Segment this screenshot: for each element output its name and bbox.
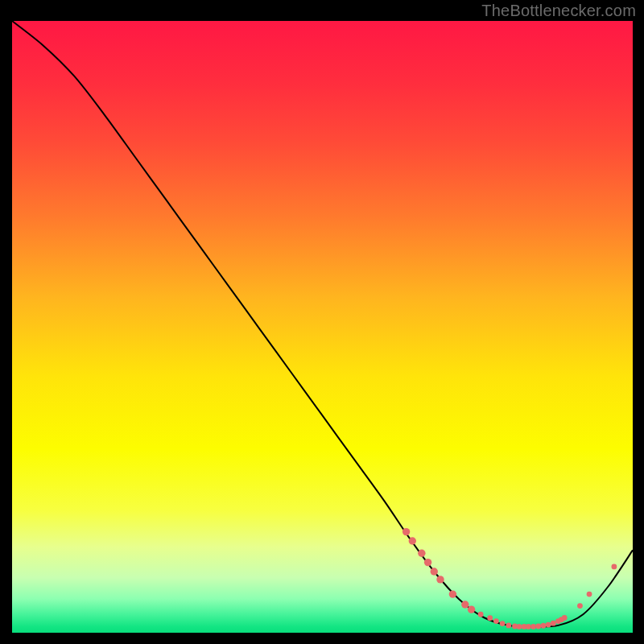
bottleneck-curve-chart (0, 0, 644, 644)
curve-marker (402, 528, 410, 535)
curve-marker (493, 618, 499, 624)
curve-marker (546, 622, 551, 628)
curve-marker (424, 559, 431, 566)
curve-marker (526, 624, 531, 630)
curve-marker (487, 615, 493, 621)
curve-marker (418, 550, 425, 557)
curve-marker (409, 537, 416, 544)
curve-marker (449, 590, 456, 597)
curve-marker (551, 621, 556, 626)
chart-stage: TheBottlenecker.com (0, 0, 644, 644)
curve-marker (541, 623, 547, 629)
curve-marker (461, 601, 469, 608)
curve-marker (506, 622, 511, 628)
curve-marker (436, 576, 444, 583)
curve-marker (500, 621, 506, 626)
curve-marker (478, 612, 484, 617)
curve-marker (577, 603, 583, 609)
curve-marker (517, 624, 522, 630)
curve-marker (562, 615, 568, 621)
curve-marker (587, 592, 592, 597)
curve-marker (431, 568, 438, 575)
curve-marker (611, 564, 617, 570)
curve-marker (468, 605, 475, 613)
gradient-background (12, 21, 633, 633)
curve-marker (535, 624, 541, 630)
curve-marker (530, 624, 536, 630)
